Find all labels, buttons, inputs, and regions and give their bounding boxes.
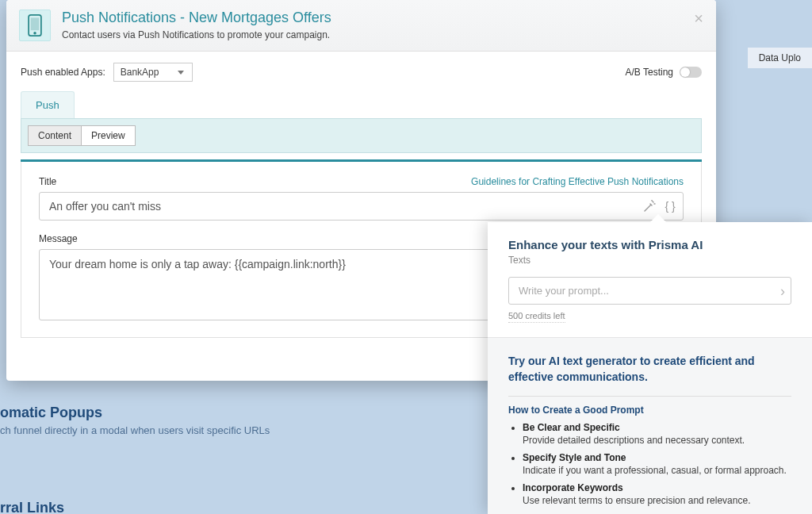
message-label: Message bbox=[39, 233, 78, 244]
bg-menu-data-upload[interactable]: Data Uplo bbox=[748, 48, 812, 68]
ai-tip: Be Clear and SpecificProvide detailed de… bbox=[523, 422, 791, 446]
ai-credits: 500 credits left bbox=[508, 311, 565, 323]
ai-prompt-input[interactable] bbox=[508, 277, 791, 305]
svg-rect-1 bbox=[31, 17, 40, 30]
phone-icon bbox=[19, 10, 51, 41]
bg-popups-desc: ch funnel directly in a modal when users… bbox=[0, 424, 270, 436]
modal-subtitle: Contact users via Push Notifications to … bbox=[62, 29, 331, 40]
close-icon[interactable]: × bbox=[694, 10, 703, 28]
apps-select[interactable]: BankApp bbox=[113, 63, 193, 82]
ab-toggle[interactable] bbox=[680, 67, 702, 78]
ai-panel-arrow bbox=[650, 214, 666, 222]
bg-popups-title: omatic Popups bbox=[0, 405, 270, 421]
bg-links-title: rral Links bbox=[0, 500, 64, 514]
subtab-preview[interactable]: Preview bbox=[81, 125, 136, 146]
bg-section-popups: omatic Popups ch funnel directly in a mo… bbox=[0, 405, 270, 436]
modal-header: Push Notifications - New Mortgages Offer… bbox=[6, 0, 716, 52]
chevron-down-icon bbox=[178, 71, 184, 75]
ai-howto-heading: How to Create a Good Prompt bbox=[508, 405, 791, 416]
ai-try-text: Try our AI text generator to create effi… bbox=[508, 354, 791, 385]
ai-panel: Enhance your texts with Prisma AI Texts … bbox=[488, 222, 812, 514]
ai-tips-list: Be Clear and SpecificProvide detailed de… bbox=[508, 422, 791, 506]
apps-selected: BankApp bbox=[121, 67, 159, 78]
subtab-content[interactable]: Content bbox=[28, 125, 81, 146]
modal-title: Push Notifications - New Mortgages Offer… bbox=[62, 10, 331, 26]
tab-push[interactable]: Push bbox=[21, 91, 75, 118]
ai-divider bbox=[508, 396, 791, 397]
subtabs: Content Preview bbox=[28, 125, 695, 146]
ai-heading: Enhance your texts with Prisma AI bbox=[508, 238, 791, 251]
ai-tip: Incorporate KeywordsUse relevant terms t… bbox=[523, 482, 791, 506]
ab-label: A/B Testing bbox=[626, 67, 673, 78]
title-input[interactable] bbox=[39, 192, 684, 221]
chevron-right-icon[interactable]: › bbox=[780, 282, 785, 299]
braces-icon[interactable]: { } bbox=[661, 198, 679, 215]
guidelines-link[interactable]: Guidelines for Crafting Effective Push N… bbox=[471, 176, 684, 187]
title-label: Title bbox=[39, 176, 56, 187]
apps-label: Push enabled Apps: bbox=[21, 67, 105, 78]
svg-point-2 bbox=[33, 32, 36, 35]
ai-tip: Specify Style and ToneIndicate if you wa… bbox=[523, 452, 791, 476]
magic-wand-icon[interactable] bbox=[641, 198, 658, 215]
ai-sub: Texts bbox=[508, 255, 791, 266]
